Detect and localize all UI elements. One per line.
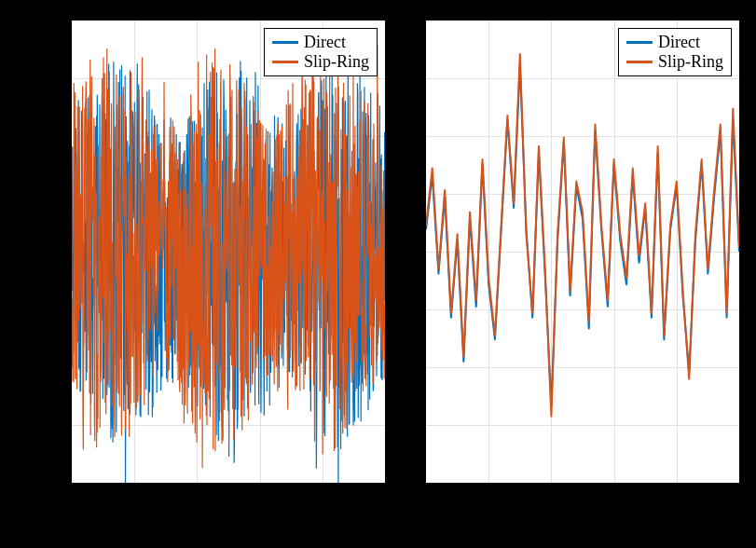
- plot-area-right: Direct Slip-Ring: [424, 19, 741, 485]
- legend-label-slipring: Slip-Ring: [304, 52, 369, 72]
- legend-item-slipring-r: Slip-Ring: [626, 52, 723, 72]
- legend-left: Direct Slip-Ring: [264, 28, 378, 76]
- data-layer-right: [426, 21, 739, 483]
- legend-swatch-direct-r: [626, 41, 653, 44]
- legend-label-direct-r: Direct: [658, 33, 700, 52]
- legend-swatch-slipring: [272, 61, 298, 63]
- legend-right: Direct Slip-Ring: [618, 28, 732, 76]
- chart-right: Direct Slip-Ring: [424, 19, 741, 485]
- legend-swatch-slipring-r: [626, 61, 653, 63]
- plot-area-left: Direct Slip-Ring: [70, 19, 387, 485]
- legend-item-direct-r: Direct: [626, 33, 723, 52]
- legend-item-slipring: Slip-Ring: [272, 52, 369, 72]
- legend-label-direct: Direct: [304, 33, 346, 52]
- data-layer-left: [72, 21, 385, 483]
- legend-swatch-direct: [272, 41, 298, 44]
- legend-label-slipring-r: Slip-Ring: [658, 52, 723, 72]
- legend-item-direct: Direct: [272, 33, 369, 52]
- chart-left: Direct Slip-Ring: [70, 19, 387, 485]
